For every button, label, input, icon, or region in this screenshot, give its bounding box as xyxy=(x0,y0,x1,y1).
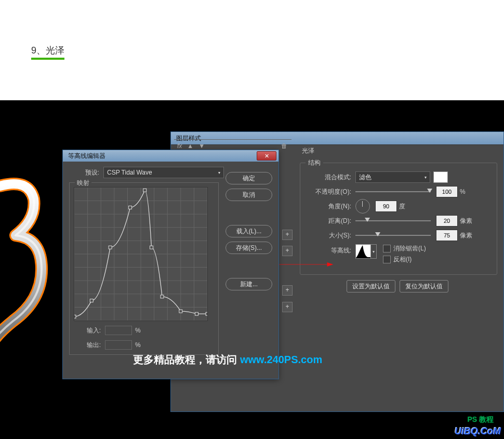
artwork-glyph xyxy=(0,176,68,363)
distance-unit: 像素 xyxy=(460,217,472,225)
structure-legend: 结构 xyxy=(306,158,323,167)
ps-logo: PS 教程 xyxy=(467,415,494,424)
invert-label: 反相(I) xyxy=(393,255,412,264)
add-effect-button[interactable]: + xyxy=(282,285,293,296)
canvas-background: 图层样式 + + + + fx ▲ ▼ 🗑 光泽 结构 xyxy=(0,100,504,439)
opacity-input[interactable] xyxy=(436,186,458,197)
move-down-icon[interactable]: ▼ xyxy=(198,142,205,150)
set-defaults-button[interactable]: 设置为默认值 xyxy=(347,280,395,292)
svg-rect-27 xyxy=(129,206,132,209)
fx-icon[interactable]: fx xyxy=(177,142,182,150)
antialias-label: 消除锯齿(L) xyxy=(393,244,426,253)
opacity-label: 不透明度(O): xyxy=(306,188,351,196)
distance-label: 距离(D): xyxy=(306,217,351,225)
output-value-box[interactable] xyxy=(105,340,132,350)
contour-editor-title: 等高线编辑器 xyxy=(68,152,105,161)
contour-editor-dialog: 等高线编辑器 ✕ 预设: CSP Tidal Wave ▾ 映射 xyxy=(62,150,279,379)
new-button[interactable]: 新建... xyxy=(226,278,272,290)
cancel-button[interactable]: 取消 xyxy=(226,189,272,201)
contour-thumbnail[interactable] xyxy=(355,244,371,259)
svg-rect-30 xyxy=(161,295,164,298)
svg-rect-29 xyxy=(150,246,153,249)
chevron-down-icon: ▾ xyxy=(425,175,427,180)
contour-dropdown[interactable]: ▾ xyxy=(371,244,377,259)
save-button[interactable]: 存储(S)... xyxy=(226,242,272,254)
contour-label: 等高线: xyxy=(306,244,351,255)
svg-rect-33 xyxy=(206,312,207,315)
distance-slider[interactable] xyxy=(355,220,431,221)
angle-dial[interactable] xyxy=(355,199,370,214)
size-input[interactable] xyxy=(436,230,458,241)
distance-input[interactable] xyxy=(436,215,458,227)
add-effect-button[interactable]: + xyxy=(282,302,293,312)
move-up-icon[interactable]: ▲ xyxy=(187,142,193,150)
uibq-logo: UiBQ.CoM xyxy=(455,426,501,437)
preset-value: CSP Tidal Wave xyxy=(107,169,152,176)
preset-select[interactable]: CSP Tidal Wave ▾ xyxy=(103,167,224,178)
svg-rect-24 xyxy=(74,315,76,318)
close-icon: ✕ xyxy=(264,153,269,159)
mapping-group: 映射 输入: % 输出: % xyxy=(69,182,219,355)
antialias-checkbox[interactable] xyxy=(383,245,391,252)
pct-label: % xyxy=(135,327,141,334)
input-value-box[interactable] xyxy=(105,326,132,335)
size-label: 大小(S): xyxy=(306,231,351,240)
trash-icon[interactable]: 🗑 xyxy=(281,142,287,150)
invert-checkbox[interactable] xyxy=(383,256,391,263)
ok-button[interactable]: 确定 xyxy=(226,172,272,184)
angle-label: 角度(N): xyxy=(306,202,351,211)
size-slider[interactable] xyxy=(355,235,431,236)
size-unit: 像素 xyxy=(460,231,472,240)
input-label: 输入: xyxy=(74,326,101,335)
preset-label: 预设: xyxy=(69,168,99,177)
chevron-down-icon: ▾ xyxy=(218,170,220,175)
svg-rect-31 xyxy=(179,310,182,313)
angle-input[interactable] xyxy=(375,201,397,212)
svg-rect-25 xyxy=(90,299,93,302)
output-label: 输出: xyxy=(74,341,101,350)
svg-rect-28 xyxy=(143,189,147,192)
close-button[interactable]: ✕ xyxy=(257,151,276,161)
opacity-slider[interactable] xyxy=(355,191,431,192)
mapping-legend: 映射 xyxy=(75,179,91,188)
reset-defaults-button[interactable]: 复位为默认值 xyxy=(400,280,448,292)
add-effect-button[interactable]: + xyxy=(282,230,293,240)
svg-rect-32 xyxy=(195,312,198,315)
blend-mode-value: 滤色 xyxy=(359,173,372,182)
step-label: 9、光泽 xyxy=(31,44,64,60)
pct-label: % xyxy=(135,341,141,349)
svg-rect-26 xyxy=(109,246,112,249)
blend-mode-label: 混合模式: xyxy=(306,173,351,182)
contour-editor-titlebar[interactable]: 等高线编辑器 ✕ xyxy=(63,150,278,162)
opacity-unit: % xyxy=(460,188,466,195)
effect-title: 光泽 xyxy=(302,147,497,155)
angle-unit: 度 xyxy=(399,202,405,211)
blend-mode-select[interactable]: 滤色 ▾ xyxy=(355,171,430,183)
curve-canvas[interactable] xyxy=(74,187,208,321)
add-effect-button[interactable]: + xyxy=(282,246,293,256)
color-swatch[interactable] xyxy=(433,171,448,183)
load-button[interactable]: 载入(L)... xyxy=(226,225,272,237)
structure-fieldset: 结构 混合模式: 滤色 ▾ 不透明度(O): xyxy=(300,163,497,275)
